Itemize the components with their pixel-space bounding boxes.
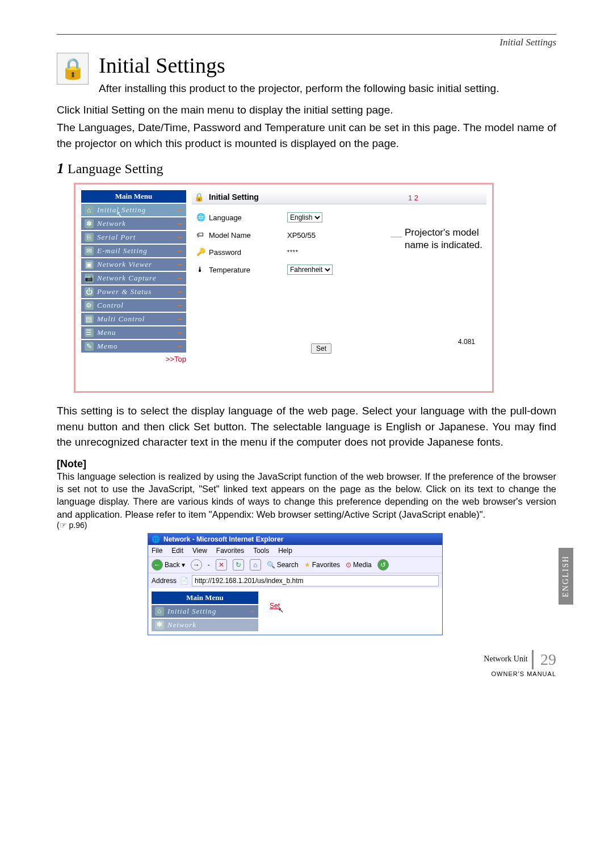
arrow-right-icon: → — [176, 342, 184, 351]
arrow-right-icon: → — [176, 315, 184, 324]
arrow-right-icon: → — [176, 260, 184, 269]
sidebar-item-label: Network Capture — [97, 274, 156, 283]
lock-icon: 🔒 — [57, 53, 89, 85]
sidebar-item-multi-control[interactable]: ▤Multi Control→ — [81, 313, 186, 325]
row-language: 🌐Language English — [196, 212, 486, 223]
label-password: Password — [209, 248, 241, 257]
mm2-item-network[interactable]: ✽Network→ — [152, 619, 258, 631]
ie-menu-tools[interactable]: Tools — [253, 547, 269, 555]
sidebar-item-label: Network — [167, 620, 196, 630]
mm2-header: Main Menu — [152, 592, 258, 604]
cursor-icon: ↖ — [278, 606, 284, 614]
ie-media-button[interactable]: ⊙Media — [346, 561, 372, 569]
ie-menu-help[interactable]: Help — [278, 547, 292, 555]
panel-pagination: 1 2 — [408, 194, 418, 202]
arrow-right-icon: → — [248, 620, 256, 630]
footer-owners-manual: OWNER'S MANUAL — [492, 670, 557, 677]
arrow-right-icon: → — [248, 607, 256, 616]
panel-title: Initial Setting — [192, 190, 486, 204]
sidebar-item-label: Menu — [97, 328, 116, 337]
version-text: 4.081 — [458, 338, 475, 346]
power-icon: ⏻ — [85, 287, 94, 296]
ie-title-text: Network - Microsoft Internet Explorer — [163, 535, 283, 543]
section-heading: 1Language Setting — [57, 160, 556, 177]
ie-search-button[interactable]: 🔍Search — [267, 561, 299, 569]
port-icon: ⎘ — [85, 233, 94, 242]
main-menu-header: Main Menu — [81, 190, 186, 203]
sidebar-item-label: Initial Setting — [167, 607, 216, 616]
ie-menu-file[interactable]: File — [152, 547, 162, 555]
page-link-2[interactable]: 2 — [414, 194, 418, 202]
model-value: XP50/55 — [287, 231, 316, 240]
sidebar-item-network[interactable]: ✽Network→ — [81, 217, 186, 230]
ie-stop-button[interactable]: ✕ — [216, 559, 227, 571]
arrow-right-icon: → — [176, 301, 184, 310]
network-icon: ✽ — [85, 219, 94, 228]
ie-menu-favorites[interactable]: Favorites — [216, 547, 244, 555]
arrow-right-icon: → — [176, 274, 184, 283]
sidebar-item-control[interactable]: ⚙Control→ — [81, 299, 186, 312]
sidebar-item-serial-port[interactable]: ⎘Serial Port→ — [81, 231, 186, 244]
page-current: 1 — [408, 194, 412, 202]
home-icon: ⌂ — [85, 206, 94, 215]
temperature-select[interactable]: Fahrenheit — [287, 265, 333, 275]
ie-menu-edit[interactable]: Edit — [171, 547, 183, 555]
mail-icon: ✉ — [85, 246, 94, 255]
ie-menubar: File Edit View Favorites Tools Help — [148, 545, 442, 556]
globe-icon: 🌐 — [196, 213, 205, 222]
ie-address-label: Address — [152, 577, 177, 585]
section-title-text: Language Setting — [68, 161, 163, 176]
sidebar-item-email[interactable]: ✉E-mail Setting→ — [81, 245, 186, 257]
network-icon: ✽ — [155, 620, 164, 630]
ie-url-input[interactable] — [192, 575, 439, 586]
ie-screenshot: 🌐 Network - Microsoft Internet Explorer … — [148, 533, 443, 635]
body-para-2: This setting is to select the display la… — [57, 403, 556, 450]
ie-menu-view[interactable]: View — [192, 547, 207, 555]
ie-refresh-button[interactable]: ↻ — [233, 559, 244, 571]
sidebar-item-label: Control — [97, 301, 124, 310]
callout-text: Projector's model name is indicated. — [405, 227, 490, 251]
label-language: Language — [209, 213, 242, 222]
note-heading: [Note] — [57, 458, 556, 470]
note-body: This language selection is realized by u… — [57, 470, 556, 521]
sidebar-item-label: Network — [97, 219, 126, 228]
running-header: Initial Settings — [57, 37, 556, 48]
ie-forward-button[interactable]: → — [191, 559, 202, 571]
arrow-right-icon: → — [176, 206, 184, 215]
section-number: 1 — [57, 160, 64, 177]
memo-icon: ✎ — [85, 342, 94, 351]
language-select[interactable]: English — [287, 212, 322, 223]
sidebar-item-power[interactable]: ⏻Power & Status→ — [81, 286, 186, 298]
sidebar-item-label: Serial Port — [97, 233, 136, 242]
capture-icon: 📷 — [85, 274, 94, 283]
sidebar-item-label: Multi Control — [97, 315, 145, 324]
language-tab: ENGLISH — [559, 548, 573, 605]
arrow-right-icon: → — [176, 246, 184, 255]
control-icon: ⚙ — [85, 301, 94, 310]
mm2-item-initial[interactable]: ⌂Initial Setting→ — [152, 605, 258, 618]
sidebar-item-initial-setting[interactable]: ⌂ Initial Setting → ↖ — [81, 204, 186, 216]
sidebar-item-label: Power & Status — [97, 287, 152, 296]
sidebar-item-capture[interactable]: 📷Network Capture→ — [81, 272, 186, 284]
arrow-right-icon: → — [176, 287, 184, 296]
ie-back-button[interactable]: ←Back ▾ — [152, 559, 185, 571]
ie-history-button[interactable]: ↺ — [377, 559, 389, 571]
ie-home-button[interactable]: ⌂ — [250, 559, 261, 571]
set-button[interactable]: Set — [311, 343, 331, 354]
sidebar-item-menu[interactable]: ☰Menu→ — [81, 326, 186, 339]
para-2: The Languages, Date/Time, Password and T… — [57, 120, 556, 151]
footer-network-unit: Network Unit — [484, 655, 527, 663]
settings-screenshot: Main Menu ⌂ Initial Setting → ↖ ✽Network… — [74, 183, 494, 393]
arrow-right-icon: → — [176, 233, 184, 242]
password-value: **** — [287, 249, 299, 255]
para-1: Click Initial Setting on the main menu t… — [57, 102, 556, 118]
ie-favorites-button[interactable]: ★Favorites — [304, 561, 340, 569]
note-ref: (☞ p.96) — [57, 521, 556, 530]
sidebar-item-label: E-mail Setting — [97, 246, 148, 255]
sidebar-item-memo[interactable]: ✎Memo→ — [81, 340, 186, 353]
tag-icon: 🏷 — [196, 230, 205, 240]
menu-icon: ☰ — [85, 328, 94, 337]
ie-toolbar: ←Back ▾ → - ✕ ↻ ⌂ 🔍Search ★Favorites ⊙Me… — [148, 556, 442, 573]
top-link[interactable]: >>Top — [166, 355, 186, 363]
sidebar-item-viewer[interactable]: ▣Network Viewer→ — [81, 258, 186, 271]
